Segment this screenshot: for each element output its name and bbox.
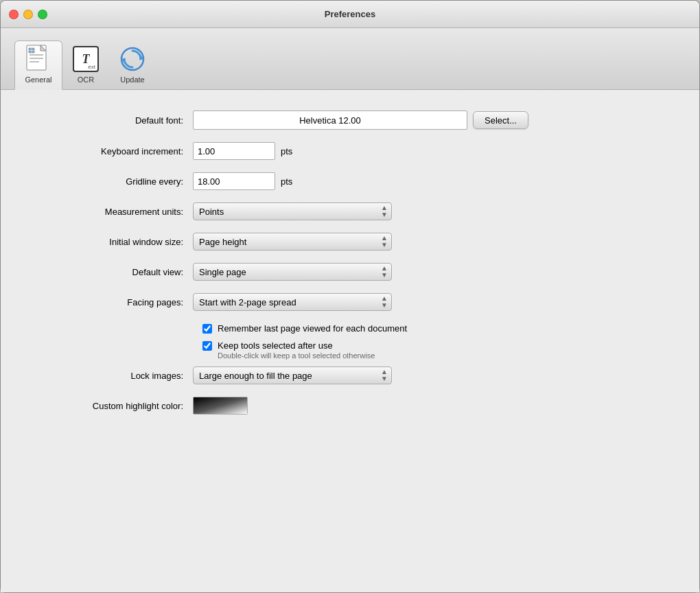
initial-window-size-select[interactable]: Page height Fit page Actual size Custom (193, 233, 392, 251)
default-view-control: Single page Facing pages Continuous Cont… (193, 263, 392, 281)
window-title: Preferences (325, 9, 375, 19)
keep-tools-label: Keep tools selected after use (218, 340, 375, 351)
keyboard-increment-unit: pts (281, 146, 292, 156)
default-view-select[interactable]: Single page Facing pages Continuous Cont… (193, 263, 392, 281)
measurement-units-row: Measurement units: Points Inches Centime… (42, 202, 658, 220)
measurement-units-label: Measurement units: (42, 207, 193, 217)
toolbar: General T ext OCR (1, 28, 699, 90)
keep-tools-sub-label: Double-click will keep a tool selected o… (218, 351, 375, 360)
toolbar-ocr-label: OCR (78, 75, 94, 84)
remember-last-page-label: Remember last page viewed for each docum… (218, 323, 407, 334)
custom-highlight-control (193, 397, 248, 415)
keep-tools-row: Keep tools selected after use Double-cli… (202, 340, 658, 360)
keep-tools-group: Keep tools selected after use Double-cli… (218, 340, 375, 360)
facing-pages-select[interactable]: Start with 2-page spread Always show fac… (193, 293, 392, 311)
default-view-row: Default view: Single page Facing pages C… (42, 263, 658, 281)
default-font-control: Helvetica 12.00 Select... (193, 111, 528, 130)
remember-last-page-row: Remember last page viewed for each docum… (202, 323, 658, 334)
keyboard-increment-input[interactable] (193, 142, 275, 160)
gridline-every-input[interactable] (193, 172, 275, 190)
toolbar-general-label: General (25, 75, 51, 84)
close-button[interactable] (9, 10, 19, 19)
select-font-button[interactable]: Select... (473, 111, 528, 129)
window-buttons (9, 10, 47, 19)
custom-highlight-label: Custom highlight color: (42, 401, 193, 411)
ocr-icon: T ext (72, 45, 100, 73)
general-icon (25, 45, 52, 73)
lock-images-row: Lock images: Large enough to fill the pa… (42, 367, 658, 384)
remember-last-page-checkbox[interactable] (202, 324, 212, 334)
gridline-every-unit: pts (281, 176, 292, 187)
minimize-button[interactable] (23, 10, 33, 19)
font-display: Helvetica 12.00 (193, 111, 467, 130)
gridline-every-control: pts (193, 172, 292, 190)
content-area: Default font: Helvetica 12.00 Select... … (1, 90, 699, 592)
initial-window-size-wrapper: Page height Fit page Actual size Custom … (193, 233, 392, 251)
toolbar-general[interactable]: General (14, 40, 62, 90)
title-bar: Preferences (1, 1, 699, 28)
gridline-every-row: Gridline every: pts (42, 172, 658, 190)
maximize-button[interactable] (38, 10, 47, 19)
update-icon (119, 45, 146, 73)
remember-last-page-group: Remember last page viewed for each docum… (218, 323, 407, 334)
measurement-units-select[interactable]: Points Inches Centimeters Millimeters Pi… (193, 202, 392, 220)
keyboard-increment-row: Keyboard increment: pts (42, 142, 658, 160)
default-font-row: Default font: Helvetica 12.00 Select... (42, 111, 658, 130)
facing-pages-control: Start with 2-page spread Always show fac… (193, 293, 392, 311)
preferences-window: Preferences (0, 0, 700, 593)
lock-images-control: Large enough to fill the page All images… (193, 367, 392, 384)
measurement-units-control: Points Inches Centimeters Millimeters Pi… (193, 202, 392, 220)
facing-pages-row: Facing pages: Start with 2-page spread A… (42, 293, 658, 311)
initial-window-size-row: Initial window size: Page height Fit pag… (42, 233, 658, 251)
custom-highlight-row: Custom highlight color: (42, 397, 658, 415)
lock-images-label: Lock images: (42, 371, 193, 381)
gridline-every-label: Gridline every: (42, 176, 193, 187)
lock-images-select[interactable]: Large enough to fill the page All images… (193, 367, 392, 384)
custom-highlight-swatch[interactable] (193, 397, 248, 415)
initial-window-size-control: Page height Fit page Actual size Custom … (193, 233, 392, 251)
keyboard-increment-label: Keyboard increment: (42, 146, 193, 156)
default-view-wrapper: Single page Facing pages Continuous Cont… (193, 263, 392, 281)
toolbar-ocr[interactable]: T ext OCR (62, 41, 109, 89)
default-view-label: Default view: (42, 267, 193, 277)
toolbar-update-label: Update (120, 75, 144, 84)
measurement-units-wrapper: Points Inches Centimeters Millimeters Pi… (193, 202, 392, 220)
facing-pages-wrapper: Start with 2-page spread Always show fac… (193, 293, 392, 311)
keyboard-increment-control: pts (193, 142, 292, 160)
initial-window-size-label: Initial window size: (42, 237, 193, 247)
default-font-label: Default font: (42, 115, 193, 126)
facing-pages-label: Facing pages: (42, 297, 193, 307)
keep-tools-checkbox[interactable] (202, 341, 212, 351)
toolbar-update[interactable]: Update (109, 41, 156, 89)
lock-images-wrapper: Large enough to fill the page All images… (193, 367, 392, 384)
svg-rect-10 (194, 397, 247, 414)
